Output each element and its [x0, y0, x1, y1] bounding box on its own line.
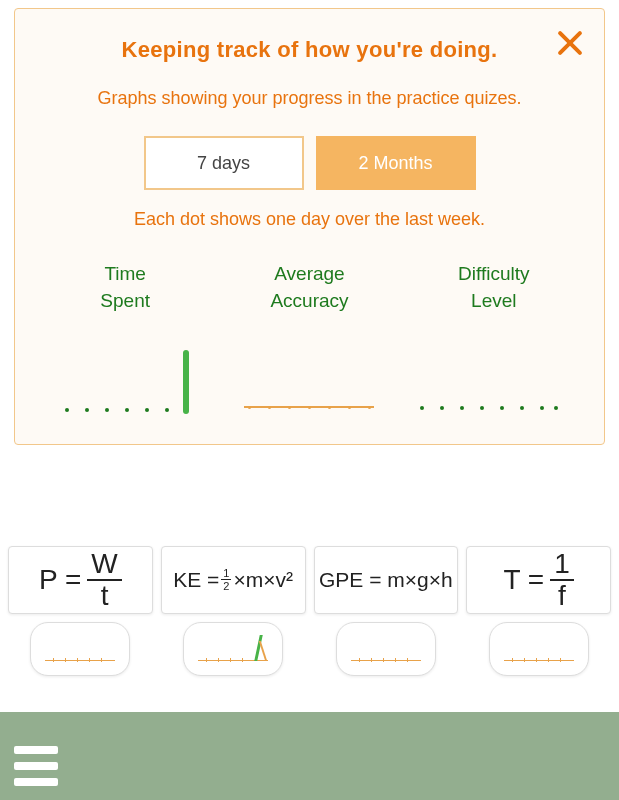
fraction: Wt [87, 550, 121, 610]
metric-label-text: Spent [100, 290, 150, 311]
bottom-nav [0, 712, 619, 800]
sparkline-time-spent [57, 344, 207, 414]
metric-time-spent: Time Spent [50, 261, 200, 314]
hamburger-menu-icon[interactable] [14, 746, 58, 786]
metric-label-text: Difficulty [458, 263, 529, 284]
sparkline-accuracy [234, 344, 384, 414]
card-gpe[interactable]: GPE = m×g×h [314, 546, 459, 614]
formula-text: P = [39, 564, 81, 596]
metric-difficulty: Difficulty Level [419, 261, 569, 314]
progress-modal: Keeping track of how you're doing. Graph… [14, 8, 605, 445]
sparklines [33, 334, 586, 414]
formula-text: GPE = m×g×h [319, 568, 453, 592]
modal-title: Keeping track of how you're doing. [33, 37, 586, 63]
metric-labels: Time Spent Average Accuracy Difficulty L… [33, 261, 586, 314]
metric-label-text: Accuracy [270, 290, 348, 311]
mini-sparkline-row [8, 622, 611, 676]
modal-subtitle: Graphs showing your progress in the prac… [33, 85, 586, 112]
metric-accuracy: Average Accuracy [234, 261, 384, 314]
fraction: 12 [221, 568, 231, 592]
sparkline-difficulty [412, 344, 562, 414]
modal-caption: Each dot shows one day over the last wee… [33, 206, 586, 233]
tab-7-days[interactable]: 7 days [144, 136, 304, 190]
fraction: 1f [550, 550, 574, 610]
formula-text: KE = [173, 568, 219, 592]
range-tabs: 7 days 2 Months [33, 136, 586, 190]
formula-cards: P = Wt KE = 12 ×m×v² GPE = m×g×h T = 1f [8, 546, 611, 614]
formula-text: T = [503, 564, 544, 596]
card-kinetic-energy[interactable]: KE = 12 ×m×v² [161, 546, 306, 614]
card-period[interactable]: T = 1f [466, 546, 611, 614]
close-icon[interactable] [554, 27, 586, 59]
metric-label-text: Time [104, 263, 146, 284]
mini-spark-period[interactable] [489, 622, 589, 676]
formula-text: ×m×v² [233, 568, 293, 592]
metric-label-text: Level [471, 290, 516, 311]
mini-spark-ke[interactable] [183, 622, 283, 676]
tab-2-months[interactable]: 2 Months [316, 136, 476, 190]
mini-spark-power[interactable] [30, 622, 130, 676]
mini-spark-gpe[interactable] [336, 622, 436, 676]
metric-label-text: Average [274, 263, 344, 284]
card-power[interactable]: P = Wt [8, 546, 153, 614]
